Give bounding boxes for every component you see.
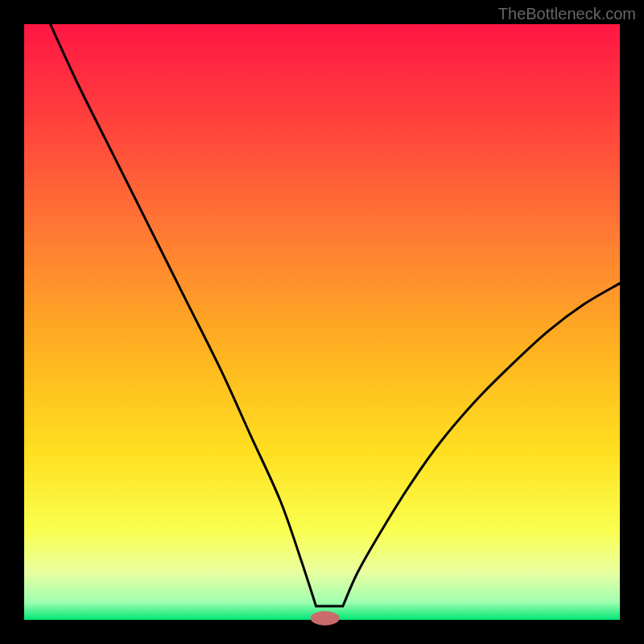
chart-container: TheBottleneck.com xyxy=(0,0,644,644)
bottleneck-chart xyxy=(0,0,644,644)
plot-background xyxy=(24,24,620,620)
optimal-marker xyxy=(311,611,340,625)
attribution-text: TheBottleneck.com xyxy=(498,5,636,23)
